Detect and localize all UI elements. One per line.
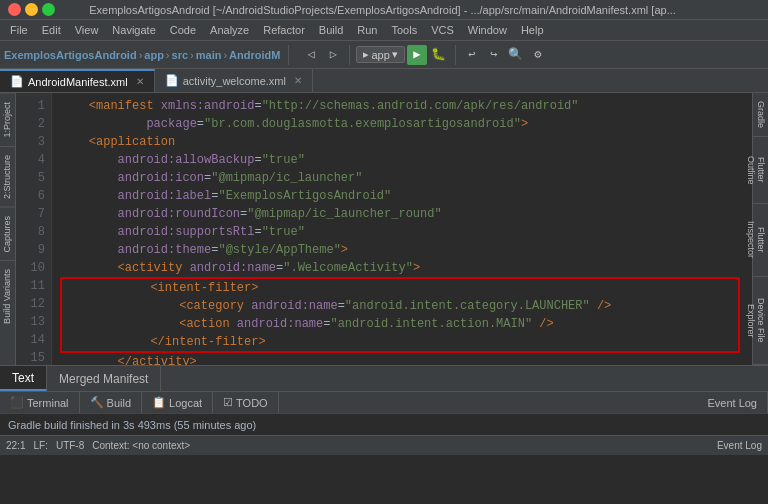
back-icon[interactable]: ◁ <box>301 45 321 65</box>
panel-tab-build[interactable]: 🔨 Build <box>80 392 142 413</box>
right-panel-flutter-inspector[interactable]: Flutter Inspector <box>753 204 768 278</box>
menu-file[interactable]: File <box>4 22 34 38</box>
bottom-tab-merged-label: Merged Manifest <box>59 372 148 386</box>
right-panel-flutter-outline[interactable]: Flutter Outline <box>753 137 768 204</box>
menu-view[interactable]: View <box>69 22 105 38</box>
menu-help[interactable]: Help <box>515 22 550 38</box>
menu-edit[interactable]: Edit <box>36 22 67 38</box>
left-panel-project[interactable]: 1:Project <box>0 93 15 146</box>
code-line-14: <category android:name="android.intent.c… <box>64 297 736 315</box>
status-context[interactable]: Context: <no context> <box>92 440 190 451</box>
panel-tab-todo-label: TODO <box>236 397 268 409</box>
panel-tab-terminal-label: Terminal <box>27 397 69 409</box>
bottom-tab-bar: Text Merged Manifest <box>0 365 768 391</box>
search-icon[interactable]: 🔍 <box>506 45 526 65</box>
bottom-tab-merged-manifest[interactable]: Merged Manifest <box>47 366 161 391</box>
editor[interactable]: 12345 678910 1112131415 1617181920 2122 … <box>16 93 752 365</box>
menu-run[interactable]: Run <box>351 22 383 38</box>
run-config-label: app <box>371 49 389 61</box>
menu-analyze[interactable]: Analyze <box>204 22 255 38</box>
editor-container: 12345 678910 1112131415 1617181920 2122 … <box>16 93 752 365</box>
crumb-src[interactable]: src <box>172 49 189 61</box>
toolbar-separator2 <box>349 45 350 65</box>
code-line-4: <application <box>60 133 744 151</box>
close-button[interactable] <box>8 3 21 16</box>
forward-icon[interactable]: ▷ <box>323 45 343 65</box>
panel-tab-logcat[interactable]: 📋 Logcat <box>142 392 213 413</box>
crumb-manifest[interactable]: AndroidM <box>229 49 280 61</box>
menu-window[interactable]: Window <box>462 22 513 38</box>
status-event-log[interactable]: Event Log <box>717 440 762 451</box>
tab-androidmanifest-close[interactable]: ✕ <box>136 76 144 87</box>
code-line-1: <manifest xmlns:android="http://schemas.… <box>60 97 744 115</box>
toolbar: ExemplosArtigosAndroid › app › src › mai… <box>0 41 768 69</box>
code-line-10: android:theme="@style/AppTheme"> <box>60 241 744 259</box>
panel-tab-todo[interactable]: ☑ TODO <box>213 392 279 413</box>
code-line-7: android:label="ExemplosArtigosAndroid" <box>60 187 744 205</box>
crumb-main[interactable]: main <box>196 49 222 61</box>
left-panel-captures[interactable]: Captures <box>0 207 15 261</box>
code-line-13: <intent-filter> <box>64 279 736 297</box>
redo-icon[interactable]: ↪ <box>484 45 504 65</box>
panel-tab-logcat-label: Logcat <box>169 397 202 409</box>
window-title: ExemplosArtigosAndroid [~/AndroidStudioP… <box>89 4 676 16</box>
status-bar: 22:1 LF: UTF-8 Context: <no context> Eve… <box>0 435 768 455</box>
code-line-18: </activity> <box>60 353 744 365</box>
run-config-selector[interactable]: ▸ app ▾ <box>356 46 404 63</box>
undo-icon[interactable]: ↩ <box>462 45 482 65</box>
code-area[interactable]: <manifest xmlns:android="http://schemas.… <box>52 93 752 365</box>
panel-tab-terminal[interactable]: ⬛ Terminal <box>0 392 80 413</box>
breadcrumb: ExemplosArtigosAndroid › app › src › mai… <box>4 49 280 61</box>
bottom-tab-text[interactable]: Text <box>0 366 47 391</box>
run-button[interactable]: ▶ <box>407 45 427 65</box>
todo-icon: ☑ <box>223 396 233 409</box>
status-right: Event Log <box>717 440 762 451</box>
code-line-16: <action android:name="android.intent.act… <box>64 315 736 333</box>
tab-androidmanifest[interactable]: 📄 AndroidManifest.xml ✕ <box>0 69 155 92</box>
toolbar-separator <box>288 45 289 65</box>
title-bar: ExemplosArtigosAndroid [~/AndroidStudioP… <box>0 0 768 20</box>
status-encoding[interactable]: UTF-8 <box>56 440 84 451</box>
code-line-9: android:supportsRtl="true" <box>60 223 744 241</box>
gradle-status: Gradle build finished in 3s 493ms (55 mi… <box>8 419 256 431</box>
panel-tab-build-label: Build <box>107 397 131 409</box>
menu-navigate[interactable]: Navigate <box>106 22 161 38</box>
code-line-5: android:allowBackup="true" <box>60 151 744 169</box>
logcat-icon: 📋 <box>152 396 166 409</box>
tab-bar: 📄 AndroidManifest.xml ✕ 📄 activity_welco… <box>0 69 768 93</box>
code-line-6: android:icon="@mipmap/ic_launcher" <box>60 169 744 187</box>
menu-tools[interactable]: Tools <box>385 22 423 38</box>
left-panel-buildvariants[interactable]: Build Variants <box>0 260 15 332</box>
right-panel-device-file[interactable]: Device File Explorer <box>753 277 768 365</box>
tab-activitywelcome-close[interactable]: ✕ <box>294 75 302 86</box>
maximize-button[interactable] <box>42 3 55 16</box>
menu-bar: File Edit View Navigate Code Analyze Ref… <box>0 20 768 41</box>
highlighted-block: <intent-filter> <category android:name="… <box>60 277 740 353</box>
tab-activitywelcome[interactable]: 📄 activity_welcome.xml ✕ <box>155 69 313 92</box>
menu-build[interactable]: Build <box>313 22 349 38</box>
menu-vcs[interactable]: VCS <box>425 22 460 38</box>
menu-code[interactable]: Code <box>164 22 202 38</box>
minimize-button[interactable] <box>25 3 38 16</box>
status-lf[interactable]: LF: <box>33 440 47 451</box>
panel-tabs: ⬛ Terminal 🔨 Build 📋 Logcat ☑ TODO Event… <box>0 391 768 413</box>
panel-event-log[interactable]: Event Log <box>697 392 768 413</box>
status-left: 22:1 LF: UTF-8 Context: <no context> <box>6 440 190 451</box>
right-panel-gradle[interactable]: Gradle <box>753 93 768 137</box>
menu-refactor[interactable]: Refactor <box>257 22 311 38</box>
debug-button[interactable]: 🐛 <box>429 45 449 65</box>
event-log-label: Event Log <box>707 397 757 409</box>
panel-content: Gradle build finished in 3s 493ms (55 mi… <box>0 413 768 435</box>
toolbar-icons: ◁ ▷ ▸ app ▾ ▶ 🐛 ↩ ↪ 🔍 ⚙ <box>301 45 547 65</box>
bottom-tab-text-label: Text <box>12 371 34 385</box>
build-icon: 🔨 <box>90 396 104 409</box>
run-config-icon: ▸ <box>363 48 369 61</box>
terminal-icon: ⬛ <box>10 396 24 409</box>
settings-icon[interactable]: ⚙ <box>528 45 548 65</box>
tab-androidmanifest-label: AndroidManifest.xml <box>28 76 128 88</box>
crumb-project[interactable]: ExemplosArtigosAndroid <box>4 49 137 61</box>
right-panels: Gradle Flutter Outline Flutter Inspector… <box>752 93 768 365</box>
status-position[interactable]: 22:1 <box>6 440 25 451</box>
crumb-app[interactable]: app <box>144 49 164 61</box>
left-panel-structure[interactable]: 2:Structure <box>0 146 15 207</box>
